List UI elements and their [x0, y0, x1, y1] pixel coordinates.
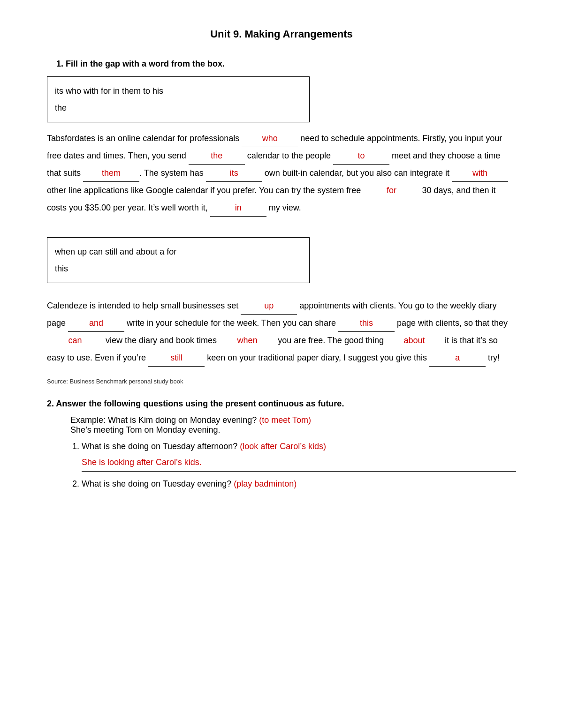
q2-hint: (play badminton): [234, 479, 297, 488]
question-item-1: What is she doing on Tuesday afternoon? …: [82, 439, 516, 472]
section2-heading: 2. Answer the following questions using …: [47, 399, 516, 409]
example-block: Example: What is Kim doing on Monday eve…: [70, 415, 516, 435]
p1-ans1: who: [242, 130, 298, 147]
p1-text9: my view.: [266, 203, 301, 212]
p2-ans3: this: [338, 315, 395, 332]
p1-text6: own built-in calendar, but you also can …: [262, 168, 452, 178]
q1-answer: She is looking after Carol’s kids.: [82, 455, 516, 471]
p1-text1: Tabsfordates is an online calendar for p…: [47, 134, 242, 143]
example-answer: She’s meeting Tom on Monday evening.: [70, 425, 221, 435]
p2-text3: write in your schedule for the week. The…: [124, 318, 338, 328]
wordbox1-words2: the: [55, 103, 67, 113]
question-list: What is she doing on Tuesday afternoon? …: [70, 439, 516, 491]
p1-text7: other line applications like Google cale…: [47, 186, 363, 195]
p2-text4: page with clients, so that they: [395, 318, 508, 328]
p2-text1: Calendeze is intended to help small busi…: [47, 301, 241, 310]
q1-hint: (look after Carol’s kids): [240, 442, 326, 451]
p1-ans4: them: [83, 165, 139, 182]
p2-text6: you are free. The good thing: [275, 336, 386, 345]
p1-ans8: in: [210, 199, 266, 217]
p2-ans6: about: [386, 332, 442, 349]
section1-heading: 1. Fill in the gap with a word from the …: [56, 59, 516, 69]
p2-text5: view the diary and book times: [103, 336, 219, 345]
wordbox1-words: its who with for in them to his: [55, 86, 163, 96]
p2-ans7: still: [148, 349, 205, 367]
page-title: Unit 9. Making Arrangements: [47, 28, 516, 40]
wordbox2-words: when up can still and about a for: [55, 247, 176, 256]
p1-text5: . The system has: [139, 168, 206, 178]
p2-text9: try!: [486, 353, 500, 362]
q1-text: What is she doing on Tuesday afternoon?: [82, 442, 237, 451]
q2-text: What is she doing on Tuesday evening?: [82, 479, 231, 488]
wordbox2-words2: this: [55, 264, 68, 273]
p2-ans5: when: [219, 332, 275, 349]
section1: 1. Fill in the gap with a word from the …: [47, 59, 516, 385]
question-item-2: What is she doing on Tuesday evening? (p…: [82, 476, 516, 491]
p2-ans2: and: [68, 315, 124, 332]
paragraph1: Tabsfordates is an online calendar for p…: [47, 130, 516, 217]
p1-ans6: with: [452, 165, 508, 182]
section2: 2. Answer the following questions using …: [47, 399, 516, 491]
example-hint: (to meet Tom): [259, 415, 311, 425]
p2-text8: keen on your traditional paper diary, I …: [205, 353, 429, 362]
p2-ans1: up: [241, 297, 297, 315]
p1-text3: calendar to the people: [245, 151, 333, 160]
p1-ans3: to: [333, 147, 389, 165]
p1-ans2: the: [189, 147, 245, 165]
p1-ans5: its: [206, 165, 262, 182]
p2-ans8: a: [429, 349, 486, 367]
source: Source: Business Benchmark personal stud…: [47, 378, 516, 385]
word-box-1: its who with for in them to his the: [47, 76, 310, 122]
paragraph2: Calendeze is intended to help small busi…: [47, 297, 516, 367]
p1-ans7: for: [363, 182, 419, 199]
word-box-2: when up can still and about a for this: [47, 237, 310, 283]
example-question-label: Example: What is Kim doing on Monday eve…: [70, 415, 257, 425]
p2-ans4: can: [47, 332, 103, 349]
